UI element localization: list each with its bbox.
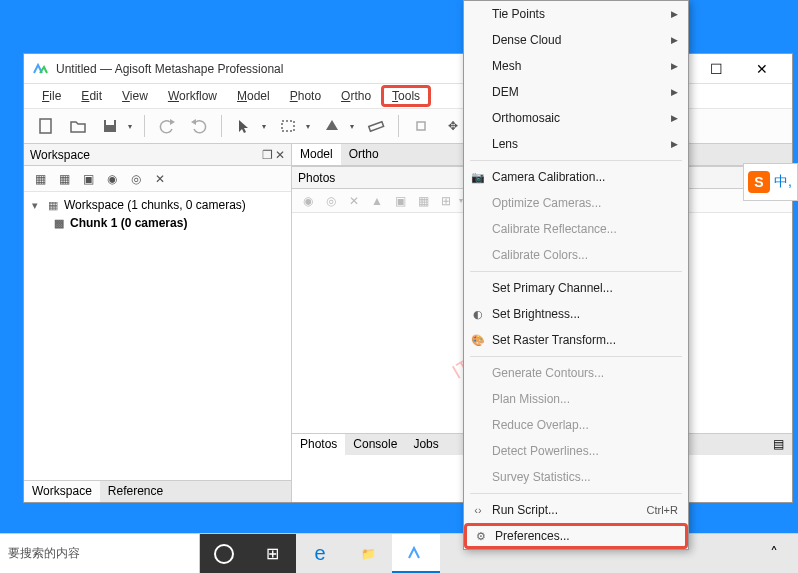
ws-camera-icon[interactable]: ▣	[78, 169, 98, 189]
ws-add2-icon[interactable]: ▦	[54, 169, 74, 189]
pointer-dropdown-icon[interactable]: ▾	[262, 122, 270, 131]
menu-photo[interactable]: Photo	[280, 86, 331, 106]
gear-icon: ⚙	[473, 528, 489, 544]
menu-set-primary-channel[interactable]: Set Primary Channel...	[464, 275, 688, 301]
tree-chunk-label: Chunk 1 (0 cameras)	[70, 216, 187, 230]
save-icon[interactable]	[96, 112, 124, 140]
rotate-object-icon[interactable]	[407, 112, 435, 140]
tab-ortho[interactable]: Ortho	[341, 144, 387, 165]
tab-photos[interactable]: Photos	[292, 434, 345, 455]
ws-enable-icon[interactable]: ◉	[102, 169, 122, 189]
app-icon	[32, 61, 48, 77]
expand-icon[interactable]: ▾	[28, 198, 42, 212]
task-view-button[interactable]: ⊞	[248, 534, 296, 573]
script-icon: ‹›	[470, 502, 486, 518]
ws-disable-icon[interactable]: ◎	[126, 169, 146, 189]
metashape-task-button[interactable]	[392, 534, 440, 573]
shape-icon[interactable]	[318, 112, 346, 140]
palette-icon: 🎨	[470, 332, 486, 348]
menu-calibrate-reflectance[interactable]: Calibrate Reflectance...	[464, 216, 688, 242]
menu-generate-contours[interactable]: Generate Contours...	[464, 360, 688, 386]
ph-btn3-icon[interactable]: ✕	[344, 191, 364, 211]
close-button[interactable]: ✕	[739, 54, 784, 84]
brightness-icon: ◐	[470, 306, 486, 322]
sogou-icon: S	[748, 171, 770, 193]
ph-btn7-icon[interactable]: ⊞	[436, 191, 456, 211]
menu-tie-points[interactable]: Tie Points▶	[464, 1, 688, 27]
ph-btn6-icon[interactable]: ▦	[413, 191, 433, 211]
submenu-arrow-icon: ▶	[671, 35, 678, 45]
panel-float-icon[interactable]: ❐	[262, 148, 273, 162]
edge-button[interactable]: e	[296, 534, 344, 573]
menu-ortho[interactable]: Ortho	[331, 86, 381, 106]
ws-add-icon[interactable]: ▦	[30, 169, 50, 189]
workspace-header: Workspace ❐ ✕	[24, 144, 291, 166]
ime-indicator[interactable]: S 中,	[743, 163, 798, 201]
workspace-icon: ▦	[46, 198, 60, 212]
submenu-arrow-icon: ▶	[671, 139, 678, 149]
svg-rect-0	[40, 119, 51, 133]
menu-survey-statistics[interactable]: Survey Statistics...	[464, 464, 688, 490]
submenu-arrow-icon: ▶	[671, 87, 678, 97]
new-icon[interactable]	[32, 112, 60, 140]
tab-jobs[interactable]: Jobs	[405, 434, 446, 455]
ph-btn1-icon[interactable]: ◉	[298, 191, 318, 211]
menu-file[interactable]: File	[32, 86, 71, 106]
status-icon: ▤	[765, 434, 792, 455]
menu-edit[interactable]: Edit	[71, 86, 112, 106]
ws-delete-icon[interactable]: ✕	[150, 169, 170, 189]
chunk-icon: ▩	[52, 216, 66, 230]
menu-dem[interactable]: DEM▶	[464, 79, 688, 105]
menu-set-raster-transform[interactable]: 🎨Set Raster Transform...	[464, 327, 688, 353]
menu-model[interactable]: Model	[227, 86, 280, 106]
menu-optimize-cameras[interactable]: Optimize Cameras...	[464, 190, 688, 216]
menu-camera-calibration[interactable]: 📷Camera Calibration...	[464, 164, 688, 190]
menu-reduce-overlap[interactable]: Reduce Overlap...	[464, 412, 688, 438]
maximize-button[interactable]: ☐	[694, 54, 739, 84]
ph-btn4-icon[interactable]: ▲	[367, 191, 387, 211]
ruler-icon[interactable]	[362, 112, 390, 140]
shortcut-label: Ctrl+R	[647, 504, 678, 516]
tree-chunk[interactable]: ▩ Chunk 1 (0 cameras)	[28, 214, 287, 232]
undo-icon[interactable]	[153, 112, 181, 140]
ph-btn5-icon[interactable]: ▣	[390, 191, 410, 211]
marquee-dropdown-icon[interactable]: ▾	[306, 122, 314, 131]
menu-tools[interactable]: Tools	[381, 85, 431, 107]
tab-reference[interactable]: Reference	[100, 481, 171, 502]
tree-root-label: Workspace (1 chunks, 0 cameras)	[64, 198, 246, 212]
tab-workspace[interactable]: Workspace	[24, 481, 100, 502]
ph-btn2-icon[interactable]: ◎	[321, 191, 341, 211]
menu-calibrate-colors[interactable]: Calibrate Colors...	[464, 242, 688, 268]
svg-rect-5	[417, 122, 425, 130]
tree-root[interactable]: ▾ ▦ Workspace (1 chunks, 0 cameras)	[28, 196, 287, 214]
menu-orthomosaic[interactable]: Orthomosaic▶	[464, 105, 688, 131]
explorer-button[interactable]: 📁	[344, 534, 392, 573]
tray-up-icon[interactable]: ˄	[750, 534, 798, 573]
redo-icon[interactable]	[185, 112, 213, 140]
menu-run-script[interactable]: ‹›Run Script...Ctrl+R	[464, 497, 688, 523]
menu-lens[interactable]: Lens▶	[464, 131, 688, 157]
panel-close-icon[interactable]: ✕	[275, 148, 285, 162]
menu-mesh[interactable]: Mesh▶	[464, 53, 688, 79]
menu-view[interactable]: View	[112, 86, 158, 106]
cortana-button[interactable]	[200, 534, 248, 573]
menu-set-brightness[interactable]: ◐Set Brightness...	[464, 301, 688, 327]
menu-dense-cloud[interactable]: Dense Cloud▶	[464, 27, 688, 53]
save-dropdown-icon[interactable]: ▾	[128, 122, 136, 131]
workspace-title: Workspace	[30, 148, 262, 162]
tab-console[interactable]: Console	[345, 434, 405, 455]
shape-dropdown-icon[interactable]: ▾	[350, 122, 358, 131]
tab-model[interactable]: Model	[292, 144, 341, 165]
folder-icon: 📁	[361, 547, 376, 561]
menu-plan-mission[interactable]: Plan Mission...	[464, 386, 688, 412]
menu-preferences[interactable]: ⚙Preferences...	[464, 523, 688, 549]
pointer-icon[interactable]	[230, 112, 258, 140]
svg-rect-2	[106, 120, 114, 125]
taskbar-search[interactable]: 要搜索的内容	[0, 534, 200, 573]
open-icon[interactable]	[64, 112, 92, 140]
menu-detect-powerlines[interactable]: Detect Powerlines...	[464, 438, 688, 464]
submenu-arrow-icon: ▶	[671, 61, 678, 71]
marquee-icon[interactable]	[274, 112, 302, 140]
edge-icon: e	[314, 542, 325, 565]
menu-workflow[interactable]: Workflow	[158, 86, 227, 106]
